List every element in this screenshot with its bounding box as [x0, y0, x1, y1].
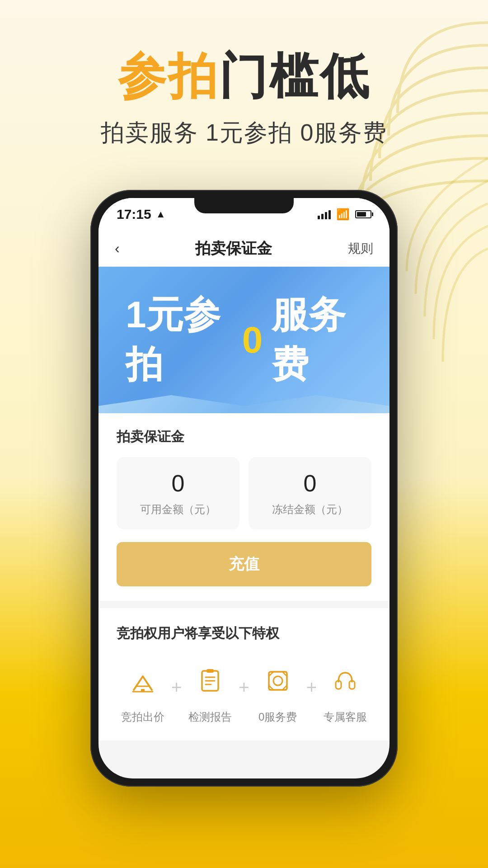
phone-notch [194, 198, 294, 213]
service-label: 0服务费 [258, 710, 297, 724]
nav-bar: ‹ 拍卖保证金 规则 [99, 231, 389, 267]
report-icon [188, 659, 232, 703]
signal-bar-3 [325, 212, 327, 219]
status-time: 17:15 [117, 207, 151, 222]
banner-text-2: 服务费 [272, 290, 362, 390]
svg-rect-2 [206, 669, 214, 673]
svg-point-4 [273, 676, 282, 685]
plus-3: + [306, 677, 317, 698]
phone-outer: 17:15 ▲ 📶 [90, 190, 398, 787]
available-label: 可用金额（元） [126, 502, 230, 517]
battery-fill [357, 212, 366, 217]
phone-inner: 17:15 ▲ 📶 [99, 198, 389, 778]
report-label: 检测报告 [188, 710, 232, 724]
privilege-bid: 竞拍出价 [121, 659, 164, 724]
deposit-cards: 0 可用金额（元） 0 冻结金额（元） [117, 457, 371, 529]
privilege-report: 检测报告 [188, 659, 232, 724]
service-icon [256, 659, 300, 703]
plus-2: + [239, 677, 249, 698]
deposit-title: 拍卖保证金 [117, 428, 371, 446]
headphone-icon [324, 659, 367, 703]
banner-text: 1元参拍 0 服务费 [126, 290, 362, 390]
nav-title: 拍卖保证金 [195, 238, 272, 259]
wifi-icon: 📶 [336, 208, 350, 221]
battery-icon [355, 210, 371, 218]
svg-rect-3 [269, 672, 287, 690]
bid-label: 竞拍出价 [121, 710, 164, 724]
frozen-label: 冻结金额（元） [258, 502, 362, 517]
signal-bars-icon [318, 209, 331, 219]
signal-bar-1 [318, 216, 320, 219]
privilege-customer: 专属客服 [324, 659, 367, 724]
hero-title-yellow: 参拍 [117, 49, 219, 104]
section-divider [99, 601, 389, 608]
privileges-title: 竞拍权用户将享受以下特权 [117, 624, 371, 643]
back-button[interactable]: ‹ [115, 240, 120, 257]
banner-zero: 0 [242, 319, 263, 361]
deposit-section: 拍卖保证金 0 可用金额（元） 0 冻结金额（元） 充值 [99, 413, 389, 601]
available-amount: 0 [126, 470, 230, 497]
frozen-card: 0 冻结金额（元） [249, 457, 371, 529]
frozen-amount: 0 [258, 470, 362, 497]
banner-text-1: 1元参拍 [126, 290, 233, 390]
privilege-service: 0服务费 [256, 659, 300, 724]
recharge-button[interactable]: 充值 [117, 542, 371, 586]
customer-label: 专属客服 [324, 710, 367, 724]
plus-1: + [171, 677, 182, 698]
hero-section: 参拍门槛低 拍卖服务 1元参拍 0服务费 [0, 50, 488, 149]
hero-title-dark: 门槛低 [219, 49, 371, 104]
bid-icon [121, 659, 164, 703]
status-icons: 📶 [318, 208, 371, 221]
phone-container: 17:15 ▲ 📶 [90, 190, 398, 787]
signal-bar-2 [321, 214, 324, 219]
hero-title: 参拍门槛低 [0, 50, 488, 104]
signal-bar-4 [328, 210, 331, 219]
blue-banner: 1元参拍 0 服务费 [99, 267, 389, 413]
rule-button[interactable]: 规则 [348, 240, 373, 257]
privileges-section: 竞拍权用户将享受以下特权 [99, 608, 389, 741]
location-icon: ▲ [156, 208, 166, 220]
privilege-icons-row: 竞拍出价 + [117, 659, 371, 724]
page: 参拍门槛低 拍卖服务 1元参拍 0服务费 17:15 ▲ [0, 0, 488, 868]
available-card: 0 可用金额（元） [117, 457, 239, 529]
hero-subtitle: 拍卖服务 1元参拍 0服务费 [0, 117, 488, 149]
